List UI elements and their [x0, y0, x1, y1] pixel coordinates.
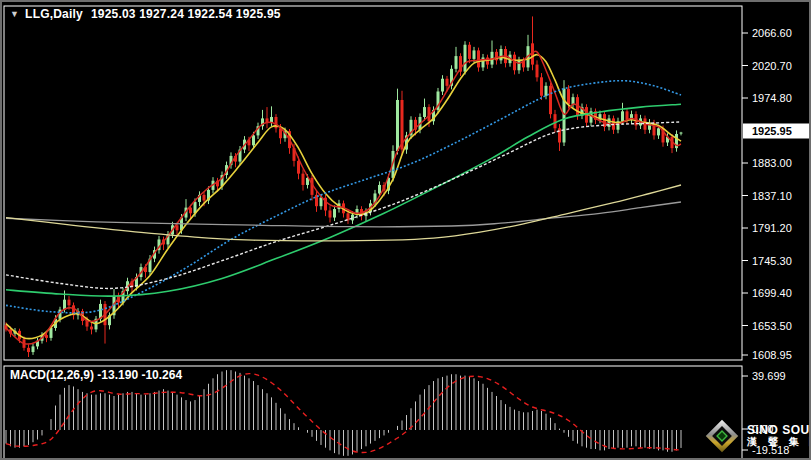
price-tick-label: 1699.40: [752, 287, 792, 299]
price-tick-label: 1974.80: [752, 92, 792, 104]
macd-tick-label: 39.699: [752, 370, 786, 382]
chart-title-bar: ▼LLG,Daily1925.03 1927.24 1922.54 1925.9…: [10, 7, 281, 21]
triangle-down-icon: ▼: [10, 9, 19, 19]
price-tick-label: 1653.50: [752, 320, 792, 332]
ma-green: [6, 104, 681, 296]
macd-tick-label: -19.518: [752, 444, 789, 456]
symbol-timeframe-label: LLG,Daily: [25, 7, 83, 21]
price-axis: 2066.602020.701974.801883.001837.101791.…: [742, 27, 811, 361]
ma-red-fast: [6, 51, 681, 344]
pane-borders: [4, 6, 742, 459]
current-price-label: 1925.95: [752, 125, 792, 137]
chart-window: ▼LLG,Daily1925.03 1927.24 1922.54 1925.9…: [0, 0, 811, 460]
ohlc-values: 1925.03 1927.24 1922.54 1925.95: [91, 7, 281, 21]
price-tick-label: 1837.10: [752, 190, 792, 202]
macd-tick-label: 0.00: [752, 423, 773, 435]
macd-layer: [6, 370, 681, 456]
price-tick-label: 1883.00: [752, 157, 792, 169]
price-tick-label: 1608.95: [752, 349, 792, 361]
price-tick-label: 2066.60: [752, 27, 792, 39]
macd-axis: 39.6990.00-19.518: [742, 370, 789, 456]
price-tick-label: 1745.30: [752, 255, 792, 267]
price-tick-label: 2020.70: [752, 60, 792, 72]
candlestick-chart-canvas[interactable]: 2066.602020.701974.801883.001837.101791.…: [2, 2, 811, 460]
macd-indicator-label: MACD(12,26,9) -13.190 -10.264: [10, 368, 182, 382]
moving-averages-layer: [6, 51, 681, 344]
price-tick-label: 1791.20: [752, 222, 792, 234]
